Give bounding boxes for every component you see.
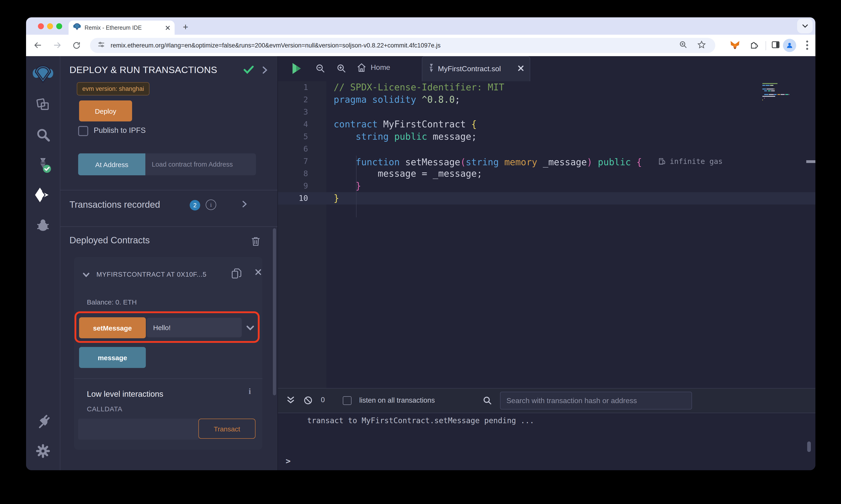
- browser-tab[interactable]: Remix - Ethereum IDE: [69, 20, 175, 35]
- success-check-icon: [243, 65, 254, 76]
- solidity-compiler-icon[interactable]: [32, 154, 54, 176]
- zoom-page-icon[interactable]: [679, 40, 688, 51]
- code-line-4: 4contract MyFirstContract {: [278, 118, 816, 130]
- plugin-manager-icon[interactable]: [32, 410, 54, 432]
- profile-avatar[interactable]: [783, 39, 796, 52]
- annotation-highlight-box: [74, 311, 260, 343]
- zoom-out-icon[interactable]: [315, 64, 325, 75]
- browser-window: Remix - Ethereum IDE remix.ethereum.org/…: [26, 17, 816, 470]
- site-settings-icon[interactable]: [97, 41, 105, 50]
- clear-console-icon[interactable]: [304, 396, 313, 407]
- terminal-log-line[interactable]: transact to MyFirstContract.setMessage p…: [307, 416, 534, 425]
- tab-close-icon[interactable]: [166, 23, 170, 32]
- indent-guide: [356, 156, 357, 217]
- transactions-recorded-label: Transactions recorded: [69, 199, 160, 210]
- browser-menu-icon[interactable]: [803, 39, 811, 53]
- panel-scrollbar[interactable]: [273, 228, 276, 395]
- copy-address-icon[interactable]: [231, 268, 242, 281]
- calldata-label: CALLDATA: [87, 405, 122, 413]
- terminal-scrollbar[interactable]: [807, 442, 811, 452]
- metamask-extension-icon[interactable]: [730, 40, 740, 52]
- file-tab-close-icon[interactable]: [518, 65, 524, 73]
- pending-tx-count: 0: [321, 396, 325, 404]
- search-plugin-icon[interactable]: [32, 124, 54, 146]
- code-line-2: 2pragma solidity ^0.8.0;: [278, 94, 816, 106]
- address-bar[interactable]: remix.ethereum.org/#lang=en&optimize=fal…: [90, 38, 715, 53]
- deploy-run-panel: DEPLOY & RUN TRANSACTIONS evm version: s…: [60, 56, 278, 470]
- calldata-input[interactable]: [78, 419, 199, 439]
- solidity-file-icon: [428, 64, 434, 74]
- url-text: remix.ethereum.org/#lang=en&optimize=fal…: [110, 42, 441, 49]
- editor-tabbar: Home MyFirstContract.sol: [278, 56, 816, 81]
- code-line-10: 10}: [278, 192, 816, 204]
- code-line-3: 3: [278, 106, 816, 118]
- transactions-info-icon[interactable]: [206, 199, 216, 210]
- editor-region: Home MyFirstContract.sol 1// SPDX-Licens…: [278, 56, 816, 470]
- publish-ipfs-checkbox[interactable]: [78, 126, 88, 136]
- remove-contract-icon[interactable]: [255, 269, 261, 277]
- side-panel-icon[interactable]: [771, 40, 780, 51]
- transact-button[interactable]: Transact: [199, 419, 256, 439]
- back-button[interactable]: [32, 40, 44, 51]
- close-window-button[interactable]: [38, 23, 44, 29]
- load-contract-input[interactable]: [145, 154, 256, 175]
- tab-strip: Remix - Ethereum IDE: [26, 17, 816, 35]
- listen-transactions-label: listen on all transactions: [359, 396, 435, 404]
- low-level-title: Low level interactions: [87, 390, 164, 399]
- remix-logo-icon[interactable]: [32, 64, 54, 85]
- deploy-run-icon[interactable]: [32, 184, 54, 206]
- minimize-window-button[interactable]: [47, 23, 53, 29]
- contract-balance: Balance: 0. ETH: [87, 298, 137, 306]
- remix-favicon-icon: [73, 23, 81, 32]
- file-tab-active[interactable]: MyFirstContract.sol: [422, 56, 530, 81]
- zoom-window-button[interactable]: [56, 23, 62, 29]
- code-line-5: 5 string public message;: [278, 130, 816, 143]
- new-tab-button[interactable]: [179, 21, 191, 33]
- clear-contracts-trash-icon[interactable]: [252, 236, 260, 248]
- deploy-button[interactable]: Deploy: [79, 101, 132, 122]
- evm-version-badge: evm version: shanghai: [77, 82, 150, 95]
- code-line-9: 9 }: [278, 180, 816, 192]
- run-script-icon[interactable]: [292, 62, 302, 76]
- toolbar-divider: [766, 41, 766, 50]
- terminal-toolbar: 0 listen on all transactions: [278, 389, 816, 413]
- minimap[interactable]: [762, 83, 794, 101]
- at-address-button[interactable]: At Address: [78, 154, 145, 175]
- code-editor[interactable]: 1// SPDX-License-Identifier: MIT2pragma …: [278, 81, 816, 388]
- browser-toolbar: remix.ethereum.org/#lang=en&optimize=fal…: [26, 35, 816, 56]
- home-tab[interactable]: Home: [357, 62, 390, 73]
- expand-terminal-icon[interactable]: [287, 396, 295, 407]
- low-level-info-icon[interactable]: [248, 387, 251, 396]
- listen-transactions-checkbox[interactable]: [343, 396, 351, 405]
- screenshot-stage: Remix - Ethereum IDE remix.ethereum.org/…: [0, 0, 841, 504]
- terminal-prompt[interactable]: >: [286, 456, 291, 466]
- divider: [60, 190, 277, 191]
- tab-search-button[interactable]: [797, 19, 813, 33]
- zoom-in-icon[interactable]: [337, 64, 346, 75]
- debugger-icon[interactable]: [32, 214, 54, 236]
- deployed-contracts-title: Deployed Contracts: [69, 235, 150, 246]
- message-getter-button[interactable]: message: [79, 347, 146, 368]
- panel-expand-icon[interactable]: [262, 66, 268, 76]
- terminal-search-icon: [483, 396, 492, 407]
- code-line-7: 7 function setMessage(string memory _mes…: [278, 155, 816, 167]
- code-line-8: 8 message = _message;: [278, 167, 816, 180]
- contract-instance-title[interactable]: MYFIRSTCONTRACT AT 0X10F...5: [97, 271, 229, 278]
- divider: [60, 227, 277, 227]
- terminal: 0 listen on all transactions transact to…: [278, 388, 816, 470]
- transactions-expand-icon[interactable]: [242, 200, 247, 210]
- file-explorer-icon[interactable]: [32, 94, 54, 115]
- extensions-puzzle-icon[interactable]: [749, 40, 758, 51]
- terminal-search-input[interactable]: [500, 392, 692, 410]
- home-icon: [357, 62, 366, 73]
- file-tab-label: MyFirstContract.sol: [438, 65, 513, 73]
- publish-ipfs-label: Publish to IPFS: [94, 126, 145, 135]
- settings-icon[interactable]: [32, 440, 54, 462]
- forward-button[interactable]: [52, 40, 63, 51]
- overview-ruler-mark: [806, 160, 816, 163]
- bookmark-star-icon[interactable]: [697, 40, 706, 51]
- reload-button[interactable]: [71, 40, 82, 51]
- gas-estimate-annotation: infinite gas: [658, 155, 723, 167]
- contract-collapse-icon[interactable]: [83, 271, 90, 279]
- tab-title: Remix - Ethereum IDE: [85, 24, 166, 31]
